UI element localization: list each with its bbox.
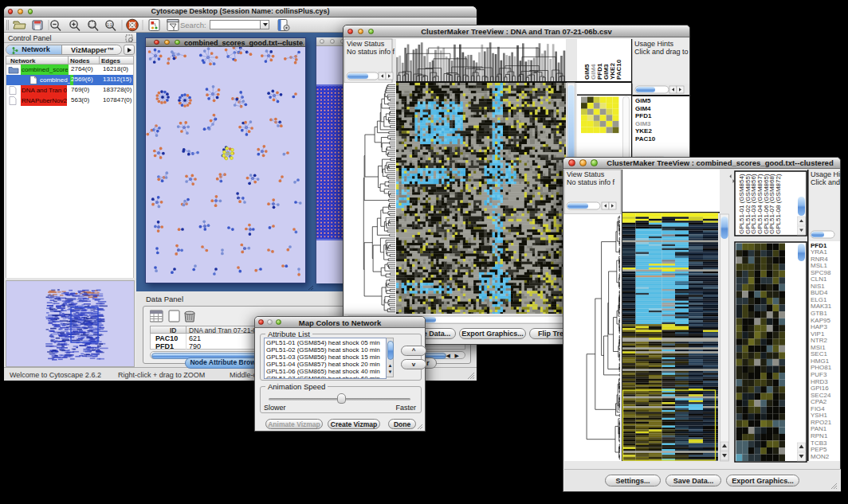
svg-text:No status info f: No status info f xyxy=(347,48,395,56)
svg-text:GIM3: GIM3 xyxy=(635,120,651,127)
svg-text:YKE2: YKE2 xyxy=(635,127,652,135)
svg-text:Click and drag to: Click and drag to xyxy=(634,48,689,56)
svg-text:GPL51-08 (GSM872): GPL51-08 (GSM872) xyxy=(775,174,782,234)
svg-text:No status info f: No status info f xyxy=(567,178,615,186)
svg-text:PFD1: PFD1 xyxy=(635,112,652,119)
svg-text:PAC10: PAC10 xyxy=(615,59,622,80)
svg-text:Usage Hi: Usage Hi xyxy=(811,170,840,178)
svg-text:GIM5: GIM5 xyxy=(635,97,651,104)
svg-text:View Status: View Status xyxy=(347,40,385,48)
svg-text:PAC10: PAC10 xyxy=(635,135,656,143)
svg-text:GIM4: GIM4 xyxy=(635,105,651,112)
svg-text:Click and: Click and xyxy=(811,178,840,186)
svg-text:Search:: Search: xyxy=(180,21,206,29)
svg-text:MON2: MON2 xyxy=(811,453,830,460)
svg-text:View Status: View Status xyxy=(567,170,605,178)
svg-text:Usage Hints: Usage Hints xyxy=(634,40,674,48)
svg-text:1:1: 1:1 xyxy=(107,23,112,27)
